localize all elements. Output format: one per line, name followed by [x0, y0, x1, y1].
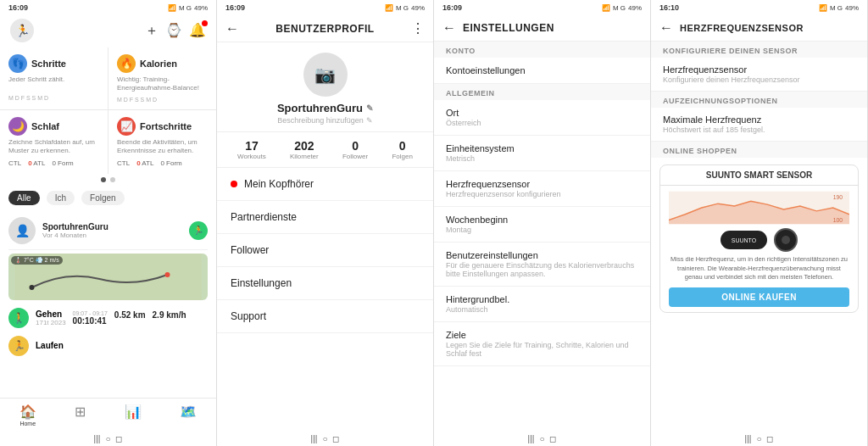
notification-icon[interactable]: 🔔 — [189, 22, 206, 40]
pagination-dots — [0, 174, 216, 186]
einheiten-label: Einheitensystem — [446, 143, 638, 153]
sys-recent-4[interactable]: ◻ — [766, 434, 773, 443]
tile-schlaf[interactable]: 🌙 Schlaf Zeichne Schlafdaten auf, um Mus… — [0, 110, 108, 174]
sys-nav-1: ||| ○ ◻ — [0, 432, 216, 446]
sys-recent-2[interactable]: ◻ — [332, 434, 339, 443]
pstat-workouts: 17 Workouts — [237, 139, 266, 160]
network-1: M G — [179, 4, 192, 12]
back-btn-3[interactable]: ← — [442, 20, 456, 36]
edit-name-icon[interactable]: ✎ — [366, 103, 373, 113]
sys-back-3[interactable]: ||| — [528, 434, 535, 443]
schlaf-title: Schlaf — [31, 121, 59, 131]
profile-avatar[interactable]: 📷 — [303, 53, 348, 97]
edit-desc-icon[interactable]: ✎ — [366, 116, 373, 125]
time-4: 16:10 — [659, 3, 679, 12]
sys-home-1[interactable]: ○ — [105, 434, 110, 443]
profile-name-text: SportuhrenGuru — [277, 102, 363, 114]
settings-section-allgemein: ALLGEMEIN — [434, 84, 650, 100]
menu-kopfhoerer[interactable]: Mein Kopfhörer — [217, 168, 433, 201]
shop-chart: 190 100 — [669, 191, 849, 225]
profile-stats: 17 Workouts 202 Kilometer 0 Follower 0 F… — [217, 132, 433, 168]
nav-map[interactable]: 🗺️ — [180, 404, 197, 426]
sys-recent-3[interactable]: ◻ — [549, 434, 556, 443]
menu-kopfhoerer-label: Mein Kopfhörer — [244, 178, 314, 190]
herzfrequenz-sub: Herzfrequenzsensor konfigurieren — [446, 190, 638, 198]
tile-kalorien-header: 🔥 Kalorien — [117, 54, 208, 73]
walk-details: 09:07 - 09:17 00:10:41 0.52 km 2.9 km/h — [73, 307, 186, 329]
menu-follower[interactable]: Follower — [217, 234, 433, 267]
sys-back-2[interactable]: ||| — [311, 434, 318, 443]
hz-header: ← HERZFREQUENZSENSOR — [651, 15, 867, 42]
sys-recent-1[interactable]: ◻ — [115, 434, 122, 443]
shop-description: Miss die Herzfrequenz, um in den richtig… — [669, 255, 849, 282]
walk-date: 171t 2023 — [36, 319, 66, 326]
kalorien-desc: Wichtig: Training-Energieaufnahme-Balanc… — [117, 75, 208, 93]
sys-home-2[interactable]: ○ — [322, 434, 327, 443]
more-btn-2[interactable]: ⋮ — [411, 20, 425, 36]
tab-folgen[interactable]: Folgen — [81, 191, 125, 205]
product-band: SUUNTO — [721, 231, 767, 249]
pstat-follower: 0 Follower — [342, 139, 368, 160]
menu-einstellungen[interactable]: Einstellungen — [217, 267, 433, 300]
tile-kalorien[interactable]: 🔥 Kalorien Wichtig: Training-Energieaufn… — [108, 47, 216, 109]
tile-schritte[interactable]: 👣 Schritte Jeder Schritt zählt. M D F S … — [0, 47, 108, 109]
tile-fortschritte[interactable]: 📈 Fortschritte Beende die Aktivitäten, u… — [108, 110, 216, 174]
walk-icon: 🚶 — [8, 308, 29, 328]
nav-stats[interactable]: 📊 — [125, 404, 142, 426]
settings-scroll: KONTO Kontoeinstellungen ALLGEMEIN Ort Ö… — [434, 42, 650, 432]
status-bar-3: 16:09 📶 M G 49% — [434, 0, 650, 15]
sys-home-4[interactable]: ○ — [756, 434, 761, 443]
activity-time: Vor 4 Monaten — [42, 231, 182, 239]
watch-icon[interactable]: ⌚ — [165, 22, 182, 40]
hintergrund-label: Hintergrundbel. — [446, 294, 638, 304]
signal-icon-4: 📶 — [819, 4, 827, 12]
tab-ich[interactable]: Ich — [47, 191, 75, 205]
menu-partnerdienste-label: Partnerdienste — [231, 211, 297, 223]
time-1: 16:09 — [8, 3, 28, 12]
sys-home-3[interactable]: ○ — [539, 434, 544, 443]
hz-max-sub: Höchstwert ist auf 185 festgel. — [663, 125, 855, 134]
back-btn-2[interactable]: ← — [225, 21, 239, 36]
home-feed: Alle Ich Folgen 👤 SportuhrenGuru Vor 4 M… — [0, 186, 216, 398]
profile-desc: Beschreibung hinzufügen ✎ — [277, 116, 373, 125]
hz-title: HERZFREQUENZSENSOR — [680, 23, 804, 33]
settings-item-konto[interactable]: Kontoeinstellungen — [434, 58, 650, 84]
hr-chart-svg: 190 100 — [669, 191, 849, 225]
settings-item-ort[interactable]: Ort Österreich — [434, 100, 650, 136]
sys-back-4[interactable]: ||| — [745, 434, 752, 443]
network-3: M G — [613, 4, 626, 12]
settings-item-benutzer[interactable]: Benutzereinstellungen Für die genauere E… — [434, 243, 650, 287]
pstat-folgen-label: Folgen — [392, 153, 412, 160]
hz-item-maxhz[interactable]: Maximale Herzfrequenz Höchstwert ist auf… — [651, 108, 867, 142]
settings-item-ziele[interactable]: Ziele Legen Sie die Ziele für Training, … — [434, 322, 650, 366]
menu-support[interactable]: Support — [217, 300, 433, 333]
nav-home[interactable]: 🏠 Home — [19, 404, 36, 426]
form-stat: 0 Form — [52, 159, 73, 167]
hz-item-sensor[interactable]: Herzfrequenzsensor Konfiguriere deinen H… — [651, 58, 867, 92]
nav-grid[interactable]: ⊞ — [75, 404, 86, 426]
run-icon: 🏃 — [8, 336, 29, 356]
tile-schlaf-header: 🌙 Schlaf — [8, 117, 99, 136]
benutzer-sub: Für die genauere Einschätzung des Kalori… — [446, 261, 638, 278]
walk-dist: 0.52 km — [114, 310, 146, 326]
fortschritte-desc: Beende die Aktivitäten, um Erkenntnisse … — [117, 138, 208, 156]
hz-section-shop: ONLINE SHOPPEN — [651, 142, 867, 158]
buy-button[interactable]: ONLINE KAUFEN — [669, 287, 849, 307]
sys-nav-2: ||| ○ ◻ — [217, 432, 433, 446]
back-btn-4[interactable]: ← — [659, 20, 673, 36]
pstat-km-val: 202 — [294, 139, 314, 153]
settings-item-herzfrequenz[interactable]: Herzfrequenzsensor Herzfrequenzsensor ko… — [434, 171, 650, 207]
add-icon[interactable]: ＋ — [145, 22, 159, 40]
hz-max-title: Maximale Herzfrequenz — [663, 114, 855, 125]
settings-item-hintergrund[interactable]: Hintergrundbel. Automatisch — [434, 287, 650, 322]
menu-partnerdienste[interactable]: Partnerdienste — [217, 201, 433, 234]
activity-user-name: SportuhrenGuru — [42, 222, 182, 231]
fortschritte-title: Fortschritte — [140, 121, 192, 131]
tab-alle[interactable]: Alle — [8, 191, 40, 205]
panel-home: 16:09 📶 M G 49% 🏃 ＋ ⌚ 🔔 👣 Schritte Jeder… — [0, 0, 217, 446]
sys-nav-3: ||| ○ ◻ — [434, 432, 650, 446]
settings-item-einheitensystem[interactable]: Einheitensystem Metrisch — [434, 136, 650, 171]
settings-item-wochenbeginn[interactable]: Wochenbeginn Montag — [434, 207, 650, 243]
ziele-label: Ziele — [446, 330, 638, 340]
sys-back-1[interactable]: ||| — [94, 434, 101, 443]
